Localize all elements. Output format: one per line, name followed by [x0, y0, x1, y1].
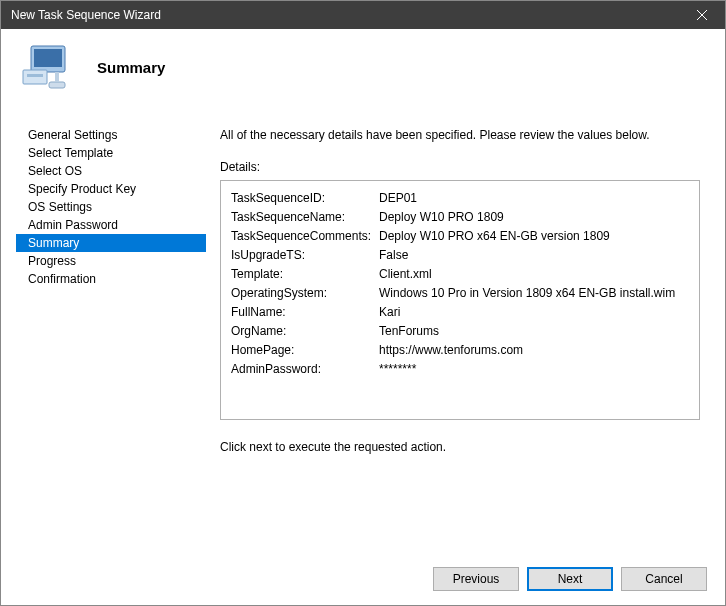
button-bar: Previous Next Cancel: [1, 555, 725, 605]
svg-rect-5: [27, 74, 43, 77]
details-row: TaskSequenceName: Deploy W10 PRO 1809: [231, 208, 689, 227]
details-key: TaskSequenceName:: [231, 208, 379, 227]
cancel-button[interactable]: Cancel: [621, 567, 707, 591]
details-row: TaskSequenceID: DEP01: [231, 189, 689, 208]
details-value: https://www.tenforums.com: [379, 341, 689, 360]
footer-note: Click next to execute the requested acti…: [220, 440, 700, 454]
details-row: TaskSequenceComments: Deploy W10 PRO x64…: [231, 227, 689, 246]
sidebar-item-specify-product-key[interactable]: Specify Product Key: [16, 180, 206, 198]
details-value: TenForums: [379, 322, 689, 341]
details-value: Deploy W10 PRO 1809: [379, 208, 689, 227]
details-row: OrgName: TenForums: [231, 322, 689, 341]
details-row: IsUpgradeTS: False: [231, 246, 689, 265]
details-key: TaskSequenceComments:: [231, 227, 379, 246]
close-icon: [697, 10, 707, 20]
details-row: HomePage: https://www.tenforums.com: [231, 341, 689, 360]
next-button[interactable]: Next: [527, 567, 613, 591]
details-label: Details:: [220, 160, 700, 174]
svg-rect-3: [34, 49, 62, 67]
content-pane: All of the necessary details have been s…: [216, 120, 710, 555]
computer-icon: [21, 44, 75, 90]
window-title: New Task Sequence Wizard: [11, 8, 679, 22]
details-value: Windows 10 Pro in Version 1809 x64 EN-GB…: [379, 284, 689, 303]
details-value: DEP01: [379, 189, 689, 208]
sidebar-item-select-template[interactable]: Select Template: [16, 144, 206, 162]
details-key: IsUpgradeTS:: [231, 246, 379, 265]
details-row: OperatingSystem: Windows 10 Pro in Versi…: [231, 284, 689, 303]
close-button[interactable]: [679, 1, 725, 29]
sidebar-item-summary[interactable]: Summary: [16, 234, 206, 252]
sidebar-item-general-settings[interactable]: General Settings: [16, 126, 206, 144]
svg-rect-6: [49, 82, 65, 88]
details-value: False: [379, 246, 689, 265]
details-row: FullName: Kari: [231, 303, 689, 322]
header-panel: Summary: [1, 29, 725, 110]
details-key: AdminPassword:: [231, 360, 379, 379]
details-key: OperatingSystem:: [231, 284, 379, 303]
details-key: FullName:: [231, 303, 379, 322]
page-title: Summary: [97, 59, 165, 76]
titlebar: New Task Sequence Wizard: [1, 1, 725, 29]
details-value: ********: [379, 360, 689, 379]
sidebar-item-progress[interactable]: Progress: [16, 252, 206, 270]
details-key: OrgName:: [231, 322, 379, 341]
sidebar-item-os-settings[interactable]: OS Settings: [16, 198, 206, 216]
previous-button[interactable]: Previous: [433, 567, 519, 591]
details-key: Template:: [231, 265, 379, 284]
details-key: TaskSequenceID:: [231, 189, 379, 208]
sidebar-item-confirmation[interactable]: Confirmation: [16, 270, 206, 288]
details-value: Kari: [379, 303, 689, 322]
sidebar-item-admin-password[interactable]: Admin Password: [16, 216, 206, 234]
svg-rect-7: [55, 72, 59, 82]
sidebar-item-select-os[interactable]: Select OS: [16, 162, 206, 180]
details-value: Deploy W10 PRO x64 EN-GB version 1809: [379, 227, 689, 246]
sidebar: General Settings Select Template Select …: [16, 120, 206, 555]
body-area: General Settings Select Template Select …: [1, 110, 725, 555]
details-row: Template: Client.xml: [231, 265, 689, 284]
details-row: AdminPassword: ********: [231, 360, 689, 379]
instruction-text: All of the necessary details have been s…: [220, 128, 700, 142]
details-box: TaskSequenceID: DEP01 TaskSequenceName: …: [220, 180, 700, 420]
wizard-window: New Task Sequence Wizard Summary General…: [0, 0, 726, 606]
details-value: Client.xml: [379, 265, 689, 284]
details-key: HomePage:: [231, 341, 379, 360]
